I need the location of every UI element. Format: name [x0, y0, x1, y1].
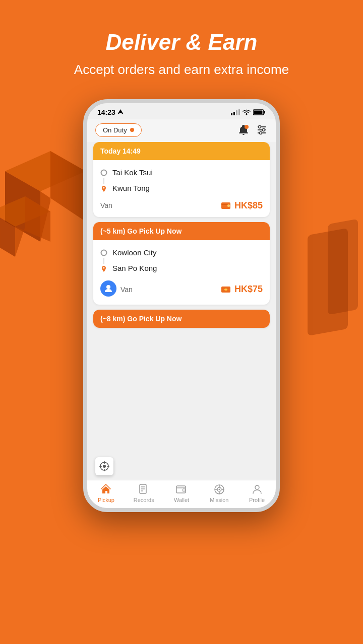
tab-pickup[interactable]: Pickup: [91, 483, 121, 503]
status-bar: 14:23: [87, 103, 276, 119]
svg-rect-7: [231, 113, 232, 115]
driver-icon: [100, 280, 116, 297]
mission-tab-icon: [213, 483, 225, 495]
order-1-price: HK$85: [221, 200, 263, 211]
wifi-icon: [243, 109, 251, 115]
duty-badge[interactable]: On Duty: [95, 123, 142, 137]
svg-rect-38: [104, 491, 105, 493]
nav-icons: [237, 124, 268, 136]
signal-icon: [231, 109, 240, 115]
crosshair-icon: [99, 461, 109, 471]
svg-point-48: [218, 488, 220, 490]
origin-icon: [100, 169, 107, 176]
profile-tab-icon: [251, 483, 263, 495]
svg-point-22: [101, 170, 107, 175]
svg-point-53: [255, 485, 259, 489]
svg-point-20: [263, 129, 265, 131]
svg-point-29: [224, 289, 227, 291]
tab-records[interactable]: Records: [129, 483, 159, 503]
tab-bar: Pickup Records Wal: [87, 480, 276, 508]
order-2-header: (~5 km) Go Pick Up Now: [93, 222, 270, 240]
svg-rect-10: [238, 109, 240, 115]
svg-rect-14: [254, 110, 263, 114]
order-3-header: (~8 km) Go Pick Up Now: [93, 310, 270, 328]
destination-icon-2: [100, 265, 107, 272]
svg-rect-25: [227, 204, 230, 207]
header-section: Deliver & Earn Accept orders and earn ex…: [0, 0, 363, 89]
crosshair-button[interactable]: [95, 457, 113, 475]
order-2-price: HK$75: [221, 284, 263, 295]
pickup-tab-icon: [100, 483, 112, 495]
svg-rect-8: [233, 112, 235, 115]
order-1-body: Tai Kok Tsui Kwun Tong: [93, 160, 270, 196]
orders-scroll-area[interactable]: Today 14:49: [87, 142, 276, 480]
svg-point-27: [106, 285, 110, 289]
status-time: 14:23: [97, 108, 124, 116]
order-1-to: Kwun Tong: [112, 184, 153, 192]
phone-container: 14:23: [0, 99, 363, 512]
order-1-from: Tai Kok Tsui: [112, 168, 153, 177]
duty-label: On Duty: [103, 126, 127, 134]
phone-mockup: 14:23: [83, 99, 280, 512]
filter-icon[interactable]: [256, 124, 268, 136]
header-title: Deliver & Earn: [0, 30, 363, 54]
wallet-tab-icon: [175, 483, 188, 495]
tab-mission-label: Mission: [210, 497, 228, 503]
svg-point-21: [260, 132, 262, 134]
tab-wallet[interactable]: Wallet: [166, 483, 197, 503]
svg-point-26: [101, 250, 107, 255]
app-navbar: On Duty: [87, 119, 276, 142]
tab-profile-label: Profile: [249, 497, 265, 503]
order-1-vehicle: Van: [100, 201, 112, 209]
order-card-3[interactable]: (~8 km) Go Pick Up Now: [93, 310, 270, 328]
order-card-2[interactable]: (~5 km) Go Pick Up Now: [93, 222, 270, 305]
svg-point-45: [184, 489, 185, 490]
battery-icon: [253, 109, 266, 115]
svg-point-19: [259, 126, 261, 128]
svg-rect-43: [176, 486, 186, 493]
order-1-header: Today 14:49: [93, 142, 270, 160]
location-icon: [117, 109, 124, 115]
order-card-1[interactable]: Today 14:49: [93, 142, 270, 217]
records-tab-icon: [138, 483, 150, 495]
order-2-to: San Po Kong: [112, 264, 157, 272]
tab-mission[interactable]: Mission: [204, 483, 234, 503]
cash-icon: [221, 285, 231, 294]
svg-point-11: [246, 113, 248, 115]
duty-dot: [130, 128, 134, 132]
destination-icon: [100, 185, 107, 192]
header-subtitle: Accept orders and earn extra income: [0, 60, 363, 79]
tab-records-label: Records: [134, 497, 154, 503]
order-2-from: Kowloon City: [112, 248, 157, 257]
order-2-vehicle: Van: [120, 285, 133, 294]
svg-rect-13: [264, 111, 265, 113]
tab-wallet-label: Wallet: [174, 497, 189, 503]
wallet-icon: [221, 201, 231, 209]
status-icons: [231, 109, 266, 115]
svg-marker-6: [117, 109, 124, 114]
svg-point-33: [103, 465, 106, 468]
svg-point-15: [245, 125, 249, 129]
notification-icon[interactable]: [237, 124, 250, 136]
svg-rect-9: [236, 110, 237, 115]
origin-icon-2: [100, 249, 107, 256]
order-2-body: Kowloon City San Po Kong: [93, 240, 270, 276]
tab-pickup-label: Pickup: [98, 497, 114, 503]
order-2-footer: Van HK$75: [93, 276, 270, 305]
order-1-footer: Van HK$85: [93, 196, 270, 217]
tab-profile[interactable]: Profile: [242, 483, 272, 503]
